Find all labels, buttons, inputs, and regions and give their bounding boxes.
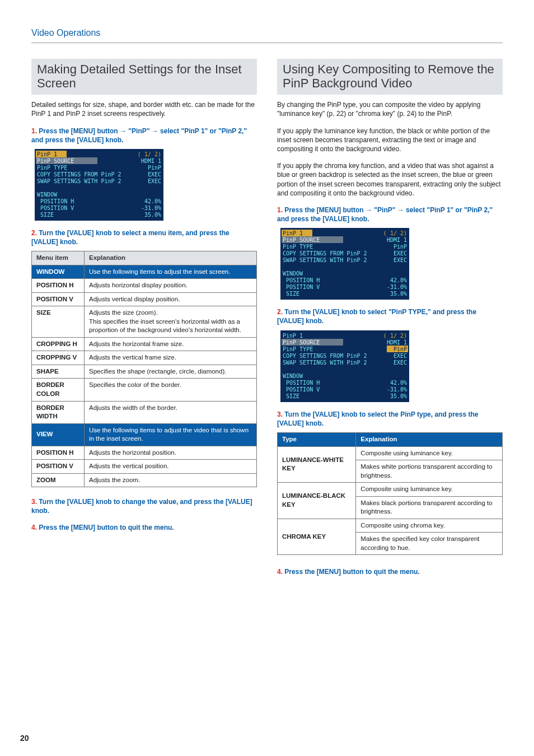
table-row: LUMINANCE-WHITE KEYComposite using lumin… <box>278 446 503 460</box>
table-row: CHROMA KEYComposite using chroma key. <box>278 519 503 533</box>
svg-text:COPY SETTINGS FROM PinP 2: COPY SETTINGS FROM PinP 2 <box>37 171 121 178</box>
table-cell-desc: Adjusts the vertical position. <box>84 460 256 474</box>
svg-text:COPY SETTINGS FROM PinP 2: COPY SETTINGS FROM PinP 2 <box>283 353 367 359</box>
svg-text:COPY SETTINGS FROM PinP 2: COPY SETTINGS FROM PinP 2 <box>283 250 367 256</box>
right-p1: By changing the PinP type, you can compo… <box>277 100 503 118</box>
left-step-4: 4. Press the [MENU] button to quit the m… <box>31 523 257 532</box>
svg-text:PinP 1: PinP 1 <box>37 151 57 157</box>
table-row: POSITION HAdjusts horizontal display pos… <box>32 279 257 293</box>
table-cell-desc: Adjusts the vertical frame size. <box>84 351 256 365</box>
table-row: ZOOMAdjusts the zoom. <box>32 473 257 487</box>
svg-text:PinP TYPE: PinP TYPE <box>37 165 67 171</box>
table-row: LUMINANCE-BLACK KEYComposite using lumin… <box>278 483 503 497</box>
table-row: POSITION HAdjusts the horizontal positio… <box>32 446 257 460</box>
table-cell-desc: Composite using luminance key. <box>356 483 503 497</box>
svg-text:EXEC: EXEC <box>148 171 161 178</box>
table-row: BORDER COLORSpecifies the color of the b… <box>32 379 257 401</box>
step-text: Turn the [VALUE] knob to select the PinP… <box>277 410 478 427</box>
svg-text:PinP: PinP <box>148 165 161 171</box>
svg-text:42.0%: 42.0% <box>144 198 161 204</box>
left-step-3: 3. Turn the [VALUE] knob to change the v… <box>31 497 257 515</box>
table-cell-item: CROPPING H <box>32 337 85 351</box>
svg-text:PinP 1: PinP 1 <box>283 333 303 339</box>
svg-text:WINDOW: WINDOW <box>283 373 303 379</box>
svg-text:-31.0%: -31.0% <box>387 284 407 290</box>
step-num: 3. <box>31 498 37 506</box>
menu-screenshot-right-1: PinP 1( 1/ 2)PinP SOURCEHDMI 1PinP TYPEP… <box>280 228 503 300</box>
svg-text:SWAP SETTINGS WITH PinP 2: SWAP SETTINGS WITH PinP 2 <box>283 257 367 263</box>
table-cell-item: BORDER COLOR <box>32 379 85 401</box>
menu-screenshot-left-1: PinP 1( 1/ 2)PinP SOURCEHDMI 1PinP TYPEP… <box>35 149 257 221</box>
table-cell-desc: Specifies the shape (rectangle, circle, … <box>84 365 256 379</box>
svg-text:POSITION H: POSITION H <box>37 198 74 204</box>
table-cell-item: ZOOM <box>32 473 85 487</box>
table-section-desc: Use the following items to adjust the in… <box>84 265 256 279</box>
table-row: CROPPING VAdjusts the vertical frame siz… <box>32 351 257 365</box>
left-lead: Detailed settings for size, shape, and b… <box>31 100 257 118</box>
svg-text:-31.0%: -31.0% <box>141 205 161 211</box>
step-text: Turn the [VALUE] knob to change the valu… <box>31 498 252 515</box>
svg-text:SWAP SETTINGS WITH PinP 2: SWAP SETTINGS WITH PinP 2 <box>283 360 367 366</box>
table-cell-item: SHAPE <box>32 365 85 379</box>
svg-text:PinP: PinP <box>394 346 407 352</box>
table-head-type: Type <box>278 433 356 447</box>
svg-text:42.0%: 42.0% <box>390 277 407 283</box>
svg-text:EXEC: EXEC <box>394 250 407 256</box>
table-section-window: WINDOW <box>32 265 85 279</box>
step-text: Press the [MENU] button to quit the menu… <box>39 524 174 531</box>
table-head-menuitem: Menu item <box>32 251 85 265</box>
table-row: POSITION VAdjusts vertical display posit… <box>32 292 257 306</box>
svg-text:SIZE: SIZE <box>283 393 299 399</box>
table-cell-type: LUMINANCE-WHITE KEY <box>278 446 356 483</box>
step-num: 3. <box>277 410 283 418</box>
table-cell-desc: Makes the specified key color transparen… <box>356 533 503 555</box>
svg-text:( 1/ 2): ( 1/ 2) <box>138 151 161 157</box>
table-cell-desc: Adjusts horizontal display position. <box>84 279 256 293</box>
step-num: 1. <box>31 127 37 135</box>
right-table-body: LUMINANCE-WHITE KEYComposite using lumin… <box>278 446 503 555</box>
table-cell-desc: Adjusts the width of the border. <box>84 401 256 423</box>
step-num: 4. <box>31 524 37 531</box>
table-row: POSITION VAdjusts the vertical position. <box>32 460 257 474</box>
columns: Making Detailed Settings for the Inset S… <box>31 59 503 581</box>
table-row: SIZEAdjusts the size (zoom).This specifi… <box>32 306 257 338</box>
svg-text:( 1/ 2): ( 1/ 2) <box>383 230 407 236</box>
left-title: Making Detailed Settings for the Inset S… <box>31 59 257 95</box>
svg-text:35.0%: 35.0% <box>390 291 407 297</box>
left-step-2: 2. Turn the [VALUE] knob to select a men… <box>31 228 257 246</box>
page-number: 20 <box>20 733 29 744</box>
svg-text:POSITION V: POSITION V <box>37 205 74 211</box>
table-cell-item: CROPPING V <box>32 351 85 365</box>
right-p3: If you apply the chroma key function, an… <box>277 161 503 198</box>
table-section-desc: Use the following items to adjust the vi… <box>84 423 256 446</box>
svg-text:35.0%: 35.0% <box>390 393 407 399</box>
left-spec-table: Menu item Explanation WINDOWUse the foll… <box>31 251 257 487</box>
table-row: BORDER WIDTHAdjusts the width of the bor… <box>32 401 257 423</box>
step-text: Turn the [VALUE] knob to select a menu i… <box>31 229 229 246</box>
svg-text:PinP: PinP <box>394 244 407 250</box>
table-cell-desc: Makes white portions transparent accordi… <box>356 460 503 483</box>
table-cell-item: SIZE <box>32 306 85 338</box>
svg-text:HDMI 1: HDMI 1 <box>387 339 407 346</box>
svg-text:HDMI 1: HDMI 1 <box>141 158 161 164</box>
table-cell-desc: Makes black portions transparent accordi… <box>356 496 503 519</box>
svg-text:( 1/ 2): ( 1/ 2) <box>383 333 407 339</box>
svg-text:EXEC: EXEC <box>148 178 161 184</box>
table-cell-desc: Adjusts the zoom. <box>84 473 256 487</box>
table-cell-desc: Adjusts the horizontal frame size. <box>84 337 256 351</box>
svg-text:EXEC: EXEC <box>394 360 407 366</box>
svg-text:PinP TYPE: PinP TYPE <box>283 346 313 352</box>
table-section-view: VIEW <box>32 423 85 446</box>
step-text: Press the [MENU] button → "PinP" → selec… <box>277 206 493 223</box>
svg-text:PinP SOURCE: PinP SOURCE <box>283 339 320 346</box>
table-cell-item: POSITION V <box>32 460 85 474</box>
svg-text:POSITION V: POSITION V <box>283 284 320 290</box>
left-table-body: WINDOWUse the following items to adjust … <box>32 265 257 487</box>
svg-text:POSITION H: POSITION H <box>283 380 320 386</box>
table-head-explanation: Explanation <box>356 433 503 447</box>
svg-text:PinP SOURCE: PinP SOURCE <box>283 237 320 243</box>
step-num: 4. <box>277 568 283 576</box>
table-cell-desc: Composite using chroma key. <box>356 519 503 533</box>
svg-text:WINDOW: WINDOW <box>283 270 303 277</box>
svg-text:SIZE: SIZE <box>283 291 299 297</box>
